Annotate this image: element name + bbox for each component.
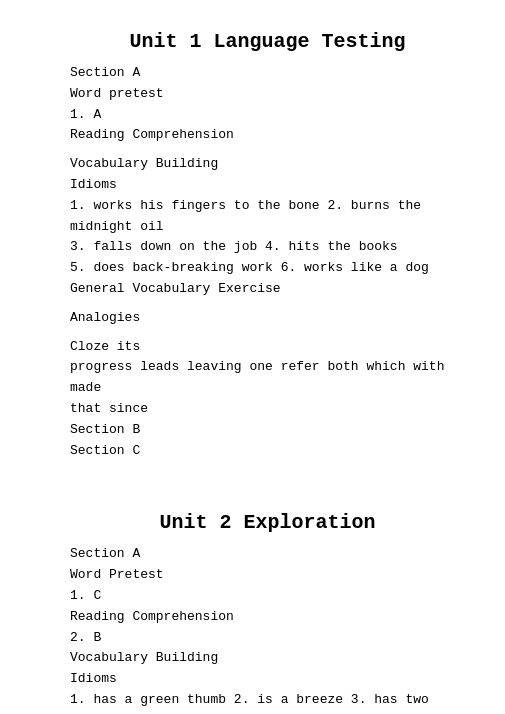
content-line: Idioms — [70, 175, 465, 196]
content-line: Reading Comprehension — [70, 125, 465, 146]
content-line: General Vocabulary Exercise — [70, 279, 465, 300]
content-line: 5. does back-breaking work 6. works like… — [70, 258, 465, 279]
content-line: that since — [70, 399, 465, 420]
content-line: 1. C — [70, 586, 465, 607]
unit1-title: Unit 1 Language Testing — [70, 30, 465, 53]
content-line: progress leads leaving one refer both wh… — [70, 357, 465, 399]
content-line: Section C — [70, 441, 465, 462]
content-line: 1. has a green thumb 2. is a breeze 3. h… — [70, 690, 465, 714]
unit2-block: Unit 2 Exploration Section AWord Pretest… — [70, 511, 465, 714]
content-line: 1. A — [70, 105, 465, 126]
content-line: Reading Comprehension — [70, 607, 465, 628]
content-line: Idioms — [70, 669, 465, 690]
content-line: Section B — [70, 420, 465, 441]
content-line — [70, 300, 465, 308]
content-line: Section A — [70, 63, 465, 84]
content-line: 2. B — [70, 628, 465, 649]
content-line: Cloze its — [70, 337, 465, 358]
unit1-block: Unit 1 Language Testing Section AWord pr… — [70, 30, 465, 461]
unit-spacer — [70, 481, 465, 511]
content-line: Section A — [70, 544, 465, 565]
content-line: 3. falls down on the job 4. hits the boo… — [70, 237, 465, 258]
content-line: Analogies — [70, 308, 465, 329]
unit1-content: Section AWord pretest1. AReading Compreh… — [70, 63, 465, 461]
unit2-title: Unit 2 Exploration — [70, 511, 465, 534]
content-line: Vocabulary Building — [70, 648, 465, 669]
content-line: Word pretest — [70, 84, 465, 105]
content-line — [70, 329, 465, 337]
content-line: Word Pretest — [70, 565, 465, 586]
unit2-content: Section AWord Pretest1. CReading Compreh… — [70, 544, 465, 714]
content-line — [70, 146, 465, 154]
content-line: Vocabulary Building — [70, 154, 465, 175]
content-line: 1. works his fingers to the bone 2. burn… — [70, 196, 465, 238]
